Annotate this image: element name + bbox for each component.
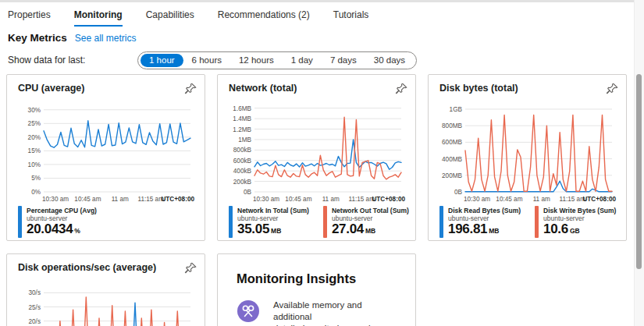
tab-tutorials[interactable]: Tutorials: [333, 9, 369, 27]
network-legend: Network In Total (Sum) ubuntu-server 35.…: [229, 206, 404, 238]
svg-text:20/s: 20/s: [29, 318, 41, 325]
legend-metric-name: Disk Read Bytes (Sum): [448, 207, 521, 214]
svg-text:1MB: 1MB: [238, 136, 251, 144]
pin-to-dashboard-icon[interactable]: [184, 261, 197, 275]
svg-text:400kB: 400kB: [233, 168, 252, 175]
legend-color-bar: [439, 206, 443, 238]
monitoring-insights-card: Monitoring Insights Available memory and…: [217, 253, 416, 326]
pin-to-dashboard-icon[interactable]: [184, 82, 197, 95]
cpu-average-card: CPU (average) 30%25%20%15%10%5%0%10:30 a…: [6, 74, 205, 241]
tab-capabilities[interactable]: Capabilities: [146, 9, 194, 27]
svg-text:0B: 0B: [454, 189, 463, 196]
legend-network-in: Network In Total (Sum) ubuntu-server 35.…: [229, 206, 309, 238]
svg-text:5%: 5%: [31, 175, 41, 182]
svg-text:30%: 30%: [28, 107, 41, 114]
range-option-1-hour[interactable]: 1 hour: [141, 54, 183, 68]
show-data-label: Show data for last:: [8, 55, 85, 66]
svg-text:1.2MB: 1.2MB: [233, 126, 251, 133]
scrollbar-track[interactable]: [634, 0, 644, 326]
legend-metric-value: 27.04MB: [332, 222, 409, 237]
range-option-30-days[interactable]: 30 days: [365, 54, 414, 68]
tab-properties[interactable]: Properties: [8, 9, 51, 27]
svg-text:UTC+08:00: UTC+08:00: [582, 196, 616, 203]
svg-text:1GB: 1GB: [450, 106, 463, 113]
svg-text:11 am: 11 am: [533, 196, 550, 203]
pin-to-dashboard-icon[interactable]: [395, 82, 408, 95]
disk-operations-card-title: Disk operations/sec (average): [18, 262, 194, 273]
svg-text:10:45 am: 10:45 am: [285, 196, 311, 203]
svg-text:600MB: 600MB: [442, 139, 462, 146]
time-filter-row: Show data for last: 1 hour 6 hours 12 ho…: [0, 51, 644, 70]
tab-recommendations[interactable]: Recommendations (2): [218, 9, 310, 27]
legend-metric-value: 20.0434%: [27, 222, 97, 237]
legend-color-bar: [18, 206, 22, 238]
svg-text:UTC+08:00: UTC+08:00: [372, 196, 405, 203]
legend-network-out: Network Out Total (Sum) ubuntu-server 27…: [323, 206, 409, 238]
pin-to-dashboard-icon[interactable]: [606, 82, 619, 95]
svg-text:11:15 am: 11:15 am: [137, 196, 164, 203]
disk-bytes-card: Disk bytes (total) 1GB800MB600MB400MB200…: [428, 74, 627, 241]
key-metrics-header: Key Metrics See all metrics: [0, 27, 644, 44]
svg-text:15%: 15%: [28, 147, 41, 154]
metrics-cards-row-1: CPU (average) 30%25%20%15%10%5%0%10:30 a…: [6, 74, 627, 241]
svg-text:20%: 20%: [28, 134, 41, 141]
legend-metric-name: Network In Total (Sum): [237, 207, 309, 214]
tab-monitoring[interactable]: Monitoring: [74, 9, 123, 27]
svg-text:400MB: 400MB: [442, 156, 462, 163]
svg-text:10:30 am: 10:30 am: [42, 196, 69, 203]
svg-text:10:30 am: 10:30 am: [464, 196, 490, 203]
svg-text:10:45 am: 10:45 am: [496, 196, 522, 203]
cpu-chart[interactable]: 30%25%20%15%10%5%0%10:30 am10:45 am11 am…: [18, 100, 195, 204]
svg-text:600kB: 600kB: [233, 158, 252, 165]
svg-text:30/s: 30/s: [29, 289, 41, 296]
range-option-12-hours[interactable]: 12 hours: [230, 54, 283, 68]
legend-metric-value: 10.6GB: [543, 222, 616, 237]
legend-color-bar: [229, 206, 233, 238]
network-card-title: Network (total): [229, 83, 404, 94]
legend-percentage-cpu: Percentage CPU (Avg) ubuntu-server 20.04…: [18, 206, 97, 238]
insights-description: Available memory and additional detailed…: [273, 299, 397, 326]
legend-metric-name: Percentage CPU (Avg): [27, 207, 97, 214]
legend-disk-write: Disk Write Bytes (Sum) ubuntu-server 10.…: [535, 206, 616, 238]
disk-bytes-chart[interactable]: 1GB800MB600MB400MB200MB0B10:30 am10:45 a…: [439, 100, 617, 204]
cpu-card-title: CPU (average): [18, 83, 194, 94]
disk-bytes-legend: Disk Read Bytes (Sum) ubuntu-server 196.…: [439, 206, 615, 238]
legend-color-bar: [323, 206, 327, 238]
svg-text:25%: 25%: [28, 120, 41, 127]
range-option-6-hours[interactable]: 6 hours: [183, 54, 230, 68]
svg-text:10:45 am: 10:45 am: [74, 196, 101, 203]
svg-text:1.6MB: 1.6MB: [233, 105, 251, 112]
svg-text:10%: 10%: [28, 161, 41, 168]
monitoring-insights-title: Monitoring Insights: [237, 271, 397, 286]
svg-text:800MB: 800MB: [442, 122, 462, 129]
svg-text:200MB: 200MB: [442, 172, 462, 179]
tab-bar: Properties Monitoring Capabilities Recom…: [0, 2, 644, 27]
metrics-cards-row-2: Disk operations/sec (average) 30/s25/s20…: [6, 253, 416, 326]
legend-metric-value: 35.05MB: [237, 222, 309, 237]
svg-text:1.4MB: 1.4MB: [233, 115, 251, 122]
scrollbar-thumb[interactable]: [636, 74, 642, 269]
svg-text:0B: 0B: [244, 189, 252, 196]
range-option-1-day[interactable]: 1 day: [283, 54, 322, 68]
disk-operations-chart[interactable]: 30/s25/s20/s15/s10/s5/s0/s10:30 am10:45 …: [18, 285, 195, 326]
insights-ribbon-icon: [237, 299, 260, 323]
see-all-metrics-link[interactable]: See all metrics: [75, 33, 137, 44]
svg-text:11 am: 11 am: [322, 196, 340, 203]
legend-color-bar: [535, 206, 539, 238]
svg-text:800kB: 800kB: [233, 147, 252, 154]
range-option-7-days[interactable]: 7 days: [322, 54, 365, 68]
svg-text:200kB: 200kB: [233, 179, 252, 186]
svg-text:11 am: 11 am: [112, 196, 129, 203]
svg-text:0%: 0%: [31, 189, 41, 196]
svg-text:10:30 am: 10:30 am: [253, 196, 279, 203]
legend-metric-name: Disk Write Bytes (Sum): [543, 207, 616, 214]
network-chart[interactable]: 1.6MB1.4MB1.2MB1MB800kB600kB400kB200kB0B…: [229, 100, 406, 204]
network-total-card: Network (total) 1.6MB1.4MB1.2MB1MB800kB6…: [217, 74, 416, 241]
cpu-legend: Percentage CPU (Avg) ubuntu-server 20.04…: [18, 206, 194, 238]
legend-metric-value: 196.81MB: [448, 222, 521, 237]
legend-metric-name: Network Out Total (Sum): [332, 207, 409, 214]
disk-bytes-card-title: Disk bytes (total): [439, 83, 615, 94]
key-metrics-title: Key Metrics: [8, 32, 67, 44]
time-range-selector: 1 hour 6 hours 12 hours 1 day 7 days 30 …: [137, 51, 417, 69]
svg-text:UTC+08:00: UTC+08:00: [161, 196, 194, 203]
